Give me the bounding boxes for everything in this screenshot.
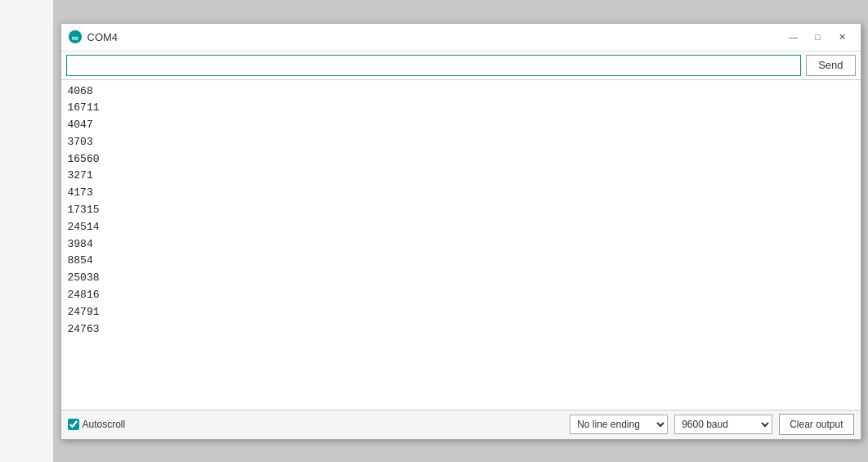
left-background: [0, 0, 53, 462]
baud-rate-select[interactable]: 300 baud1200 baud2400 baud4800 baud9600 …: [674, 415, 772, 434]
output-line: 3271: [68, 168, 854, 185]
status-bar: Autoscroll No line endingNewlineCarriage…: [61, 410, 861, 439]
svg-text:∞: ∞: [71, 32, 78, 43]
output-line: 25038: [68, 270, 854, 287]
window-controls: — □ ✕: [782, 28, 854, 46]
output-line: 17315: [68, 202, 854, 219]
output-line: 24816: [68, 287, 854, 304]
autoscroll-text: Autoscroll: [83, 419, 126, 430]
serial-monitor-window: ∞ COM4 — □ ✕ Send 4068167114047370316560…: [60, 23, 861, 440]
line-ending-select[interactable]: No line endingNewlineCarriage returnBoth…: [570, 415, 668, 434]
output-line: 24763: [68, 321, 854, 339]
close-button[interactable]: ✕: [831, 28, 854, 46]
maximize-button[interactable]: □: [807, 28, 830, 46]
output-line: 16560: [68, 151, 854, 168]
output-line: 4173: [68, 185, 854, 202]
output-line: 3984: [68, 236, 854, 253]
output-line: 16711: [68, 100, 854, 117]
output-line: 4047: [68, 117, 854, 134]
output-area[interactable]: 4068167114047370316560327141731731524514…: [61, 80, 861, 410]
send-button[interactable]: Send: [806, 55, 855, 76]
autoscroll-checkbox[interactable]: [68, 419, 79, 430]
window-title: COM4: [87, 31, 782, 43]
output-line: 4068: [68, 83, 854, 101]
autoscroll-label[interactable]: Autoscroll: [68, 419, 564, 430]
title-bar: ∞ COM4 — □ ✕: [61, 24, 861, 52]
output-line: 24791: [68, 304, 854, 321]
output-line: 3703: [68, 134, 854, 151]
output-line: 8854: [68, 253, 854, 270]
clear-output-button[interactable]: Clear output: [779, 414, 853, 435]
arduino-logo-icon: ∞: [68, 29, 83, 44]
output-line: 24514: [68, 219, 854, 236]
minimize-button[interactable]: —: [782, 28, 805, 46]
serial-input[interactable]: [66, 55, 802, 76]
input-bar: Send: [61, 52, 861, 80]
